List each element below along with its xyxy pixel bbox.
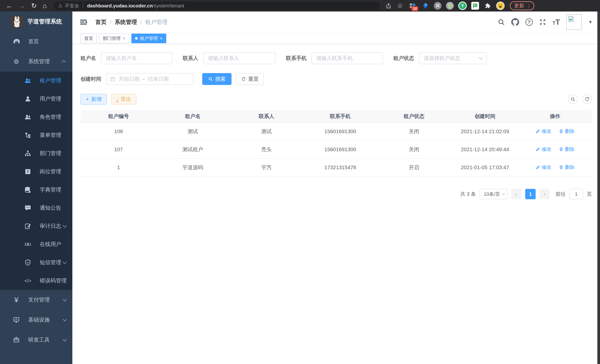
page-unit: 页 bbox=[587, 191, 592, 197]
extensions-puzzle-icon[interactable] bbox=[484, 2, 492, 10]
edit-link[interactable]: 修改 bbox=[536, 146, 551, 152]
sidebar: 芋道管理系统 首页 ⚙ 系统管理 租户管理 用户管理 bbox=[0, 11, 72, 364]
code-icon: </> bbox=[24, 278, 32, 284]
browser-forward-button[interactable]: → bbox=[19, 0, 25, 11]
avatar-caret-icon[interactable]: ▼ bbox=[588, 19, 593, 25]
sidebar-item-audit-log[interactable]: 审计日志 bbox=[0, 217, 72, 235]
recorder-extension-icon[interactable] bbox=[446, 2, 454, 10]
bookmark-star-icon[interactable]: ☆ bbox=[397, 2, 403, 10]
sidebar-item-post[interactable]: 岗位管理 bbox=[0, 162, 72, 181]
refresh-table-button[interactable] bbox=[582, 94, 592, 104]
search-icon bbox=[208, 77, 213, 82]
delete-link[interactable]: 删除 bbox=[559, 128, 575, 134]
mobile-input[interactable] bbox=[311, 52, 383, 64]
col-created: 创建时间 bbox=[451, 110, 518, 122]
window-scrollbar[interactable] bbox=[597, 11, 600, 364]
sidebar-item-dict[interactable]: 字典管理 bbox=[0, 181, 72, 199]
edit-link[interactable]: 修改 bbox=[536, 164, 551, 170]
user-icon bbox=[24, 95, 32, 102]
sidebar-item-online-user[interactable]: 在线用户 bbox=[0, 235, 72, 253]
sidebar-item-pay[interactable]: ¥ 支付管理 bbox=[0, 290, 72, 310]
trash-icon bbox=[559, 129, 563, 134]
chat-extension-icon[interactable] bbox=[471, 2, 479, 10]
end-date-placeholder: 结束日期 bbox=[148, 75, 169, 83]
header-search-icon[interactable] bbox=[497, 18, 505, 26]
kite-extension-icon[interactable] bbox=[421, 2, 429, 10]
search-button[interactable]: 搜索 bbox=[202, 73, 232, 85]
goto-label: 前往 bbox=[556, 191, 566, 197]
toolbox-icon bbox=[12, 336, 20, 343]
tab-dept[interactable]: 部门管理 × bbox=[99, 34, 129, 43]
font-size-icon[interactable]: TT bbox=[553, 18, 560, 26]
online-users-icon bbox=[24, 241, 32, 248]
breadcrumb-home[interactable]: 首页 bbox=[95, 18, 106, 26]
status-select[interactable]: 请选择租户状态 bbox=[419, 52, 487, 64]
chevron-down-icon bbox=[63, 297, 67, 301]
tab-tenant-active[interactable]: 租户管理 × bbox=[131, 34, 166, 43]
browser-reload-button[interactable]: ↻ bbox=[31, 0, 37, 11]
sidebar-collapse-icon[interactable] bbox=[80, 18, 88, 26]
sidebar-item-notice[interactable]: 通知公告 bbox=[0, 199, 72, 217]
sidebar-item-tenant[interactable]: 租户管理 bbox=[0, 72, 72, 90]
sidebar-item-role[interactable]: 角色管理 bbox=[0, 108, 72, 126]
yen-icon: ¥ bbox=[12, 296, 20, 304]
contact-input[interactable] bbox=[203, 52, 275, 64]
chevron-down-icon bbox=[63, 224, 67, 228]
export-button[interactable]: ↓ 导出 bbox=[111, 94, 136, 105]
browser-home-button[interactable]: ⌂ bbox=[43, 0, 47, 11]
share-icon[interactable] bbox=[385, 3, 392, 9]
close-icon[interactable]: × bbox=[160, 36, 162, 41]
chrome-menu-icon[interactable]: ⋮ bbox=[526, 3, 531, 9]
current-page-button[interactable]: 1 bbox=[525, 189, 536, 199]
github-icon[interactable] bbox=[511, 18, 519, 26]
user-avatar[interactable] bbox=[566, 14, 582, 30]
add-button[interactable]: + 新增 bbox=[81, 94, 107, 105]
toggle-search-button[interactable] bbox=[568, 94, 578, 104]
edit-pencil-icon bbox=[536, 165, 540, 169]
breadcrumb-system[interactable]: 系统管理 bbox=[115, 18, 137, 26]
total-count: 共 3 条 bbox=[460, 191, 476, 197]
help-icon[interactable]: ? bbox=[525, 18, 533, 26]
breadcrumb-current: 租户管理 bbox=[145, 18, 168, 26]
close-icon[interactable]: × bbox=[123, 36, 125, 41]
audit-log-icon bbox=[24, 223, 32, 230]
chevron-down-icon bbox=[479, 56, 483, 60]
delete-link[interactable]: 删除 bbox=[559, 146, 575, 152]
tenant-name-input[interactable] bbox=[101, 52, 172, 64]
goto-page-input[interactable] bbox=[569, 189, 583, 199]
address-bar[interactable]: ⚠ 不安全 dashboard.yudao.iocoder.cn /system… bbox=[53, 1, 380, 10]
prev-page-button[interactable]: ‹ bbox=[511, 189, 522, 199]
browser-back-button[interactable]: ← bbox=[6, 0, 13, 11]
sidebar-item-devtool[interactable]: 研发工具 bbox=[0, 330, 72, 350]
date-range-picker[interactable]: 开始日期 - 结束日期 bbox=[106, 73, 193, 85]
top-navbar: 首页 / 系统管理 / 租户管理 ? TT bbox=[72, 11, 600, 33]
page-size-select[interactable]: 10条/页 bbox=[480, 189, 507, 199]
sidebar-item-user[interactable]: 用户管理 bbox=[0, 90, 72, 108]
sidebar-item-dept[interactable]: 部门管理 bbox=[0, 144, 72, 162]
sidebar-item-system[interactable]: ⚙ 系统管理 bbox=[0, 52, 72, 72]
sidebar-item-sms[interactable]: 短信管理 bbox=[0, 253, 72, 272]
sidebar-item-errcode[interactable]: </> 错误码管理 bbox=[0, 272, 72, 290]
sidebar-item-menu[interactable]: 菜单管理 bbox=[0, 126, 72, 144]
sidebar-item-home[interactable]: 首页 bbox=[0, 32, 72, 52]
reset-button[interactable]: 重置 bbox=[236, 73, 264, 85]
divider bbox=[83, 3, 83, 8]
fullscreen-icon[interactable] bbox=[539, 19, 546, 26]
table-row: 107 测试租户 秃头 15601691300 关闭 2021-12-14 20… bbox=[81, 140, 592, 159]
col-tenant-name: 租户名 bbox=[157, 110, 229, 122]
command-extension-icon[interactable]: ⌘ bbox=[434, 2, 441, 10]
tab-home[interactable]: 首页 bbox=[81, 34, 97, 43]
pagination: 共 3 条 10条/页 ‹ 1 › 前往 页 bbox=[81, 189, 592, 199]
logo-rabbit-image bbox=[11, 16, 23, 27]
app-logo[interactable]: 芋道管理系统 bbox=[0, 11, 72, 32]
delete-link[interactable]: 删除 bbox=[559, 164, 575, 170]
next-page-button[interactable]: › bbox=[539, 189, 550, 199]
extensions-group: 10 ⌘ Y bbox=[409, 1, 505, 10]
table-row: 1 芋道源码 芋艿 17321315478 开启 2021-01-05 17:0… bbox=[81, 159, 592, 177]
yuque-extension-icon[interactable]: Y bbox=[458, 1, 467, 10]
profile-avatar-icon[interactable] bbox=[496, 1, 505, 10]
sidebar-item-infra[interactable]: 基础设施 bbox=[0, 310, 72, 330]
edit-link[interactable]: 修改 bbox=[536, 128, 551, 134]
chrome-update-button[interactable]: 更新 ⋮ bbox=[510, 1, 534, 10]
translate-extension-icon[interactable]: 10 bbox=[409, 2, 417, 10]
